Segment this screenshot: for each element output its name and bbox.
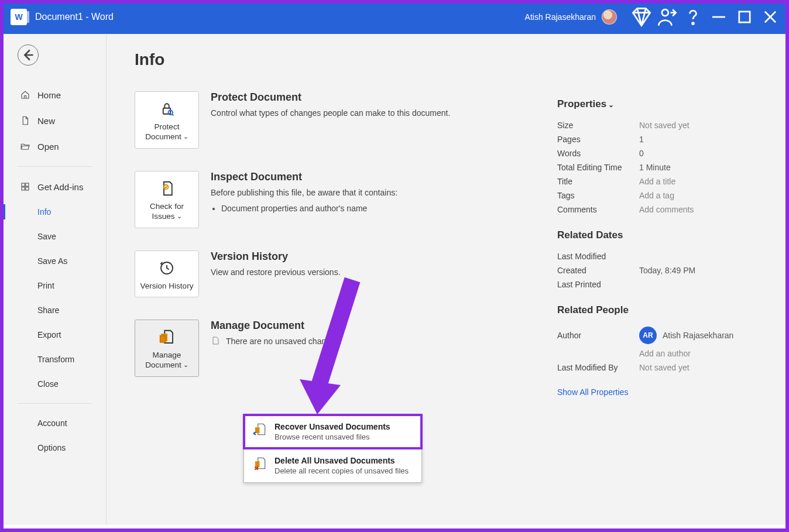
window-maximize-button[interactable] (732, 5, 757, 29)
sidebar-item-label: Save (37, 232, 56, 241)
card-label: Version History (140, 282, 194, 291)
manage-description: There are no unsaved changes. (226, 337, 342, 346)
share-person-icon[interactable] (654, 5, 680, 29)
sidebar-item-account[interactable]: Account (4, 411, 106, 435)
sidebar-item-save-as[interactable]: Save As (4, 249, 106, 273)
show-all-properties-link[interactable]: Show All Properties (557, 387, 756, 397)
svg-rect-6 (26, 187, 29, 190)
svg-rect-12 (160, 336, 166, 342)
sidebar-item-print[interactable]: Print (4, 273, 106, 298)
sidebar-item-label: Share (37, 306, 59, 315)
version-history-description: View and restore previous versions. (211, 266, 341, 279)
recover-unsaved-menu-item[interactable]: Recover Unsaved Documents Browse recent … (244, 415, 421, 448)
sidebar-item-label: Open (37, 142, 59, 152)
inspect-heading: Inspect Document (211, 171, 397, 183)
prop-label: Words (557, 149, 639, 158)
prop-label: Title (557, 177, 639, 186)
help-icon[interactable] (680, 5, 706, 29)
prop-value: Not saved yet (639, 121, 689, 130)
author-name[interactable]: Atish Rajasekharan (663, 331, 733, 340)
sidebar-item-close[interactable]: Close (4, 372, 106, 396)
inspect-doc-icon (158, 179, 176, 198)
menu-item-title: Recover Unsaved Documents (275, 422, 390, 431)
prop-value: 1 (639, 135, 644, 144)
protect-description: Control what types of changes people can… (211, 107, 450, 119)
sidebar-item-transform[interactable]: Transform (4, 347, 106, 372)
author-avatar[interactable]: AR (639, 327, 657, 344)
version-history-heading: Version History (211, 250, 341, 263)
addins-icon (20, 181, 30, 192)
sidebar-item-new[interactable]: New (4, 108, 106, 133)
window-close-button[interactable] (757, 5, 783, 29)
version-history-button[interactable]: Version History (135, 250, 199, 298)
signed-in-user[interactable]: Atish Rajasekharan (525, 12, 596, 22)
prop-value: 0 (639, 149, 644, 158)
premium-diamond-icon[interactable] (629, 5, 654, 29)
backstage-sidebar: Home New Open Get Add-ins Info Save Save… (4, 34, 107, 525)
back-button[interactable] (18, 44, 39, 66)
sidebar-item-label: Home (37, 90, 61, 100)
sidebar-item-label: Export (37, 330, 61, 339)
prop-label: Size (557, 121, 639, 130)
sidebar-item-info[interactable]: Info (4, 200, 106, 224)
delete-unsaved-menu-item[interactable]: Delete All Unsaved Documents Delete all … (244, 449, 421, 482)
sidebar-item-label: Transform (37, 355, 74, 364)
prop-label: Last Modified (557, 252, 639, 261)
prop-label: Tags (557, 191, 639, 200)
menu-item-desc: Delete all recent copies of unsaved file… (275, 466, 409, 475)
svg-rect-4 (26, 183, 29, 186)
related-dates-header: Related Dates (557, 229, 756, 241)
properties-header[interactable]: Properties (557, 98, 756, 110)
prop-label: Pages (557, 135, 639, 144)
inspect-bullet: Document properties and author's name (221, 204, 397, 213)
user-avatar[interactable] (602, 9, 617, 25)
add-tag-input[interactable]: Add a tag (639, 191, 674, 200)
protect-document-button[interactable]: Protect Document (135, 91, 199, 149)
document-title: Document1 - Word (35, 12, 114, 22)
sidebar-item-label: Save As (37, 256, 67, 266)
sidebar-item-home[interactable]: Home (4, 82, 106, 108)
manage-document-button[interactable]: Manage Document (135, 320, 199, 377)
prop-value: Today, 8:49 PM (639, 266, 695, 275)
window-minimize-button[interactable] (706, 5, 732, 29)
properties-panel: Properties SizeNot saved yet Pages1 Word… (557, 98, 756, 397)
svg-rect-3 (22, 183, 25, 186)
add-author-input[interactable]: Add an author (639, 349, 691, 358)
sidebar-item-save[interactable]: Save (4, 224, 106, 249)
doc-small-icon (211, 336, 221, 349)
svg-rect-5 (22, 187, 25, 190)
folder-open-icon (20, 141, 30, 152)
sidebar-item-label: Account (37, 418, 67, 428)
card-label: Check for Issues (139, 202, 195, 222)
protect-heading: Protect Document (211, 91, 450, 104)
inspect-description: Before publishing this file, be aware th… (211, 187, 397, 199)
history-clock-icon (158, 258, 176, 278)
menu-item-desc: Browse recent unsaved files (275, 433, 390, 441)
manage-doc-icon (158, 327, 176, 347)
svg-point-0 (662, 9, 668, 16)
check-for-issues-button[interactable]: Check for Issues (135, 171, 199, 228)
sidebar-item-label: Info (37, 207, 51, 217)
prop-label: Comments (557, 205, 639, 214)
new-doc-icon (20, 115, 30, 126)
sidebar-item-options[interactable]: Options (4, 435, 106, 460)
sidebar-item-export[interactable]: Export (4, 322, 106, 347)
related-people-header: Related People (557, 304, 756, 316)
word-logo-icon: W (11, 9, 27, 25)
prop-label: Author (557, 331, 639, 340)
add-title-input[interactable]: Add a title (639, 177, 675, 186)
info-content: Info Protect Document Protect Document C… (107, 34, 785, 525)
sidebar-item-label: Close (37, 379, 59, 389)
card-label: Manage Document (139, 351, 195, 370)
page-title: Info (135, 50, 762, 69)
svg-rect-2 (739, 12, 750, 22)
sidebar-item-label: Get Add-ins (37, 182, 83, 192)
sidebar-item-addins[interactable]: Get Add-ins (4, 174, 106, 200)
home-icon (20, 90, 30, 100)
manage-document-menu: Recover Unsaved Documents Browse recent … (243, 414, 422, 483)
sidebar-item-share[interactable]: Share (4, 298, 106, 322)
card-label: Protect Document (139, 122, 195, 142)
prop-label: Last Printed (557, 280, 639, 289)
sidebar-item-open[interactable]: Open (4, 133, 106, 159)
add-comments-input[interactable]: Add comments (639, 205, 694, 214)
